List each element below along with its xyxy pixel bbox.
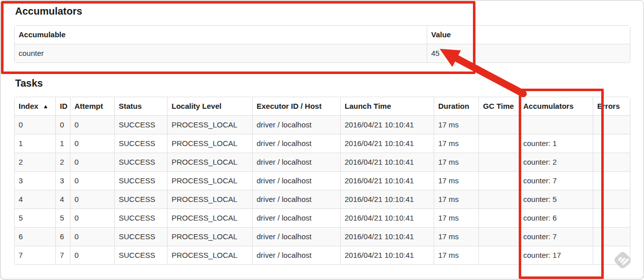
- task-cell-index: 2: [15, 153, 55, 171]
- task-cell-attempt: 0: [70, 190, 114, 208]
- task-cell-locality-level: PROCESS_LOCAL: [167, 171, 252, 190]
- accumulable-value-cell: 45: [427, 44, 630, 62]
- task-cell-launch-time: 2016/04/21 10:10:41: [340, 208, 434, 227]
- tasks-col-header-status[interactable]: Status: [114, 97, 167, 115]
- task-cell-index: 1: [15, 134, 55, 153]
- task-cell-duration: 17 ms: [434, 115, 478, 134]
- task-cell-errors: [593, 171, 630, 190]
- task-cell-accumulators: counter: 2: [519, 153, 593, 171]
- tasks-col-header-attempt[interactable]: Attempt: [70, 97, 114, 115]
- task-cell-status: SUCCESS: [114, 227, 167, 246]
- task-cell-index: 4: [15, 190, 55, 208]
- task-cell-duration: 17 ms: [434, 227, 478, 246]
- task-cell-duration: 17 ms: [434, 190, 478, 208]
- task-cell-executor-id-host: driver / localhost: [252, 134, 340, 153]
- tasks-col-header-index[interactable]: Index▲: [15, 97, 55, 115]
- task-cell-gc-time: [478, 227, 519, 246]
- task-cell-gc-time: [478, 115, 519, 134]
- task-cell-gc-time: [478, 190, 519, 208]
- task-cell-locality-level: PROCESS_LOCAL: [167, 246, 252, 264]
- task-cell-duration: 17 ms: [434, 246, 478, 264]
- task-cell-index: 3: [15, 171, 55, 190]
- task-cell-gc-time: [478, 246, 519, 264]
- task-cell-attempt: 0: [70, 246, 114, 264]
- task-cell-accumulators: counter: 6: [519, 208, 593, 227]
- tasks-col-header-launch-time[interactable]: Launch Time: [340, 97, 434, 115]
- task-cell-executor-id-host: driver / localhost: [252, 115, 340, 134]
- tasks-col-header-accumulators[interactable]: Accumulators: [519, 97, 593, 115]
- task-cell-executor-id-host: driver / localhost: [252, 171, 340, 190]
- task-cell-id: 5: [55, 208, 70, 227]
- task-row: 440SUCCESSPROCESS_LOCALdriver / localhos…: [15, 190, 630, 208]
- task-cell-id: 3: [55, 171, 70, 190]
- tasks-col-header-executor-id-host[interactable]: Executor ID / Host: [252, 97, 340, 115]
- task-cell-index: 5: [15, 208, 55, 227]
- tasks-col-header-errors[interactable]: Errors: [593, 97, 630, 115]
- task-cell-status: SUCCESS: [114, 208, 167, 227]
- tasks-header-row: Index▲IDAttemptStatusLocality LevelExecu…: [15, 97, 630, 115]
- accumulators-header-row: Accumulable Value: [15, 26, 630, 44]
- tasks-col-header-id[interactable]: ID: [55, 97, 70, 115]
- accumulators-heading: Accumulators: [15, 5, 630, 17]
- task-row: 220SUCCESSPROCESS_LOCALdriver / localhos…: [15, 153, 630, 171]
- task-row: 330SUCCESSPROCESS_LOCALdriver / localhos…: [15, 171, 630, 190]
- task-cell-id: 7: [55, 246, 70, 264]
- task-cell-launch-time: 2016/04/21 10:10:41: [340, 190, 434, 208]
- task-cell-attempt: 0: [70, 153, 114, 171]
- task-cell-status: SUCCESS: [114, 134, 167, 153]
- task-cell-attempt: 0: [70, 208, 114, 227]
- task-cell-launch-time: 2016/04/21 10:10:41: [340, 246, 434, 264]
- task-cell-accumulators: counter: 1: [519, 134, 593, 153]
- task-cell-launch-time: 2016/04/21 10:10:41: [340, 153, 434, 171]
- col-header-value[interactable]: Value: [427, 26, 630, 44]
- task-cell-status: SUCCESS: [114, 171, 167, 190]
- task-row: 000SUCCESSPROCESS_LOCALdriver / localhos…: [15, 115, 630, 134]
- task-cell-attempt: 0: [70, 227, 114, 246]
- tasks-col-header-locality-level[interactable]: Locality Level: [167, 97, 252, 115]
- task-cell-accumulators: counter: 17: [519, 246, 593, 264]
- task-cell-index: 0: [15, 115, 55, 134]
- task-row: 110SUCCESSPROCESS_LOCALdriver / localhos…: [15, 134, 630, 153]
- task-cell-gc-time: [478, 153, 519, 171]
- col-header-accumulable[interactable]: Accumulable: [15, 26, 427, 44]
- tasks-col-header-duration[interactable]: Duration: [434, 97, 478, 115]
- accumulable-name-cell: counter: [15, 44, 427, 62]
- task-cell-attempt: 0: [70, 171, 114, 190]
- tasks-col-header-gc-time[interactable]: GC Time: [478, 97, 519, 115]
- task-cell-accumulators: [519, 115, 593, 134]
- task-cell-executor-id-host: driver / localhost: [252, 227, 340, 246]
- task-cell-locality-level: PROCESS_LOCAL: [167, 190, 252, 208]
- task-cell-duration: 17 ms: [434, 153, 478, 171]
- task-cell-errors: [593, 115, 630, 134]
- tasks-heading: Tasks: [15, 77, 630, 89]
- task-cell-errors: [593, 208, 630, 227]
- task-cell-id: 6: [55, 227, 70, 246]
- task-cell-status: SUCCESS: [114, 115, 167, 134]
- task-cell-status: SUCCESS: [114, 246, 167, 264]
- task-cell-executor-id-host: driver / localhost: [252, 208, 340, 227]
- task-cell-locality-level: PROCESS_LOCAL: [167, 208, 252, 227]
- task-cell-errors: [593, 246, 630, 264]
- task-row: 660SUCCESSPROCESS_LOCALdriver / localhos…: [15, 227, 630, 246]
- task-cell-index: 7: [15, 246, 55, 264]
- task-row: 770SUCCESSPROCESS_LOCALdriver / localhos…: [15, 246, 630, 264]
- task-cell-locality-level: PROCESS_LOCAL: [167, 115, 252, 134]
- task-cell-id: 1: [55, 134, 70, 153]
- task-cell-executor-id-host: driver / localhost: [252, 190, 340, 208]
- accumulable-row: counter45: [15, 44, 630, 62]
- task-cell-accumulators: counter: 5: [519, 190, 593, 208]
- task-cell-attempt: 0: [70, 134, 114, 153]
- task-cell-errors: [593, 227, 630, 246]
- task-cell-status: SUCCESS: [114, 153, 167, 171]
- task-cell-errors: [593, 190, 630, 208]
- task-cell-launch-time: 2016/04/21 10:10:41: [340, 171, 434, 190]
- task-cell-accumulators: counter: 7: [519, 227, 593, 246]
- task-cell-duration: 17 ms: [434, 134, 478, 153]
- spark-stage-page: Accumulators Accumulable Value counter45…: [0, 0, 644, 280]
- task-cell-gc-time: [478, 208, 519, 227]
- task-cell-status: SUCCESS: [114, 190, 167, 208]
- task-cell-launch-time: 2016/04/21 10:10:41: [340, 115, 434, 134]
- task-cell-accumulators: counter: 7: [519, 171, 593, 190]
- task-row: 550SUCCESSPROCESS_LOCALdriver / localhos…: [15, 208, 630, 227]
- task-cell-index: 6: [15, 227, 55, 246]
